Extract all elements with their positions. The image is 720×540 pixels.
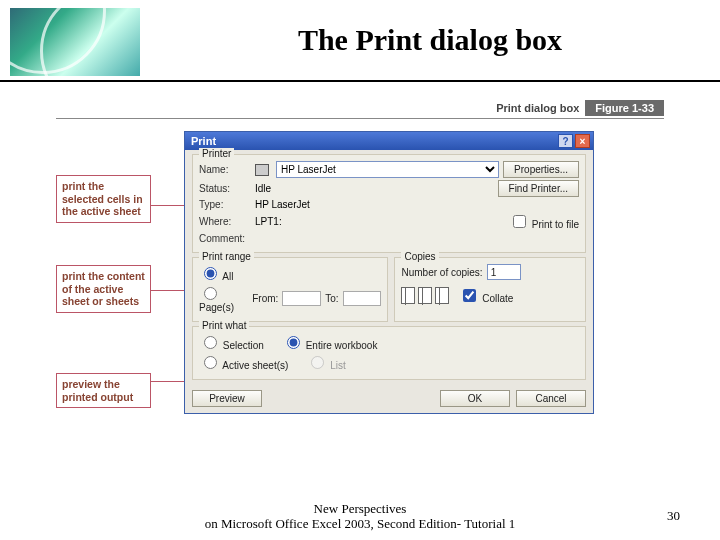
ok-button[interactable]: OK [440,390,510,407]
properties-button[interactable]: Properties... [503,161,579,178]
find-printer-button[interactable]: Find Printer... [498,180,579,197]
preview-button[interactable]: Preview [192,390,262,407]
collate-icon [401,287,449,304]
range-all-radio[interactable] [204,267,217,280]
print-to-file-label: Print to file [532,219,579,230]
comment-label: Comment: [199,233,251,244]
close-button[interactable]: × [575,134,590,148]
type-value: HP LaserJet [255,199,310,210]
what-workbook-label: Entire workbook [306,340,378,351]
what-selection-option[interactable]: Selection [199,333,264,351]
what-active-option[interactable]: Active sheet(s) [199,353,288,371]
printer-icon [255,164,269,176]
collate-option[interactable]: Collate [459,286,513,305]
cancel-button[interactable]: Cancel [516,390,586,407]
what-active-radio[interactable] [204,356,217,369]
range-all-label: All [222,271,233,282]
what-workbook-radio[interactable] [287,336,300,349]
what-list-option[interactable]: List [306,353,345,371]
where-value: LPT1: [255,216,282,227]
what-list-label: List [330,360,346,371]
what-selection-radio[interactable] [204,336,217,349]
copies-legend: Copies [401,251,438,262]
range-to-label: To: [325,293,338,304]
collate-checkbox[interactable] [463,289,476,302]
range-to-input[interactable] [343,291,382,306]
status-value: Idle [255,183,271,194]
print-dialog: Print ? × Printer Name: HP LaserJet Prop… [184,131,594,414]
print-range-legend: Print range [199,251,254,262]
help-button[interactable]: ? [558,134,573,148]
name-label: Name: [199,164,251,175]
copies-spinner[interactable]: 1 [487,264,521,280]
print-what-group: Print what Selection Entire workbook [192,326,586,380]
what-list-radio [311,356,324,369]
print-to-file-option[interactable]: Print to file [509,212,579,231]
footer-line2: on Microsoft Office Excel 2003, Second E… [140,516,580,532]
figure-number: Figure 1-33 [585,100,664,116]
print-to-file-checkbox[interactable] [513,215,526,228]
what-workbook-option[interactable]: Entire workbook [282,333,377,351]
printer-group-legend: Printer [199,148,234,159]
callout-preview: preview the printed output [56,373,151,408]
what-selection-label: Selection [223,340,264,351]
range-pages-option[interactable]: Page(s) [199,284,248,313]
printer-group: Printer Name: HP LaserJet Properties... … [192,154,586,253]
figure-rule [56,118,664,119]
what-active-label: Active sheet(s) [222,360,288,371]
range-all-option[interactable]: All [199,264,233,282]
slide-footer: New Perspectives on Microsoft Office Exc… [0,501,720,532]
footer-line1: New Perspectives [140,501,580,517]
copies-group: Copies Number of copies: 1 Collate [394,257,586,322]
dialog-titlebar[interactable]: Print ? × [185,132,593,150]
collate-label: Collate [482,293,513,304]
callout-selected-cells: print the selected cells in the active s… [56,175,151,223]
where-label: Where: [199,216,251,227]
dialog-title: Print [191,135,216,147]
printer-select[interactable]: HP LaserJet [276,161,499,178]
figure-caption-text: Print dialog box [496,102,579,114]
page-number: 30 [667,508,680,524]
print-range-group: Print range All Page(s) [192,257,388,322]
range-from-input[interactable] [282,291,321,306]
range-from-label: From: [252,293,278,304]
slide-logo [10,8,140,76]
print-what-legend: Print what [199,320,249,331]
slide-title: The Print dialog box [140,23,720,57]
type-label: Type: [199,199,251,210]
status-label: Status: [199,183,251,194]
range-pages-radio[interactable] [204,287,217,300]
figure-caption: Print dialog box Figure 1-33 [56,100,664,116]
copies-label: Number of copies: [401,267,482,278]
range-pages-label: Page(s) [199,302,234,313]
callout-active-sheet: print the content of the active sheet or… [56,265,151,313]
